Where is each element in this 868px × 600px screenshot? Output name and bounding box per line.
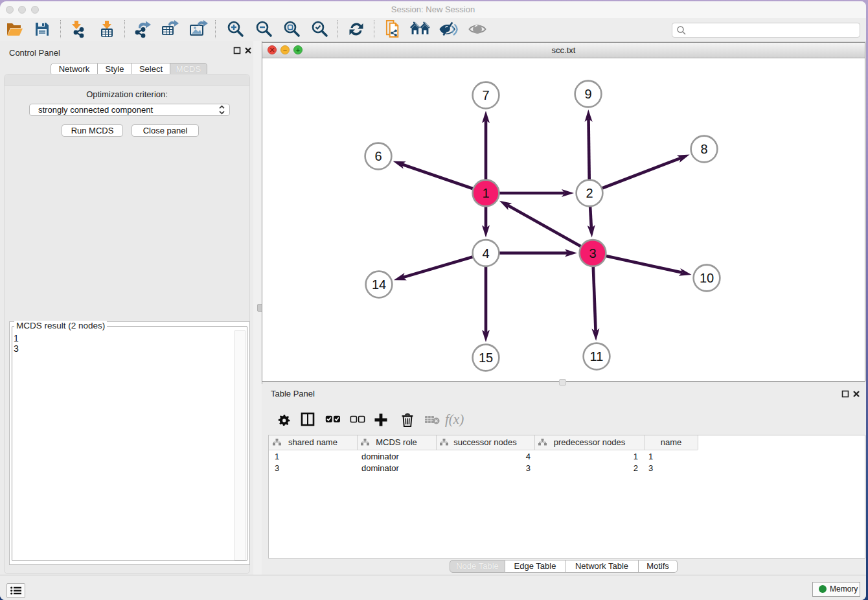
svg-text:6: 6	[374, 149, 382, 163]
svg-text:4: 4	[482, 246, 489, 260]
svg-text:15: 15	[479, 351, 493, 365]
svg-text:1: 1	[482, 186, 489, 200]
svg-text:7: 7	[482, 88, 489, 102]
svg-text:3: 3	[589, 246, 596, 260]
svg-text:8: 8	[700, 142, 707, 156]
svg-text:14: 14	[372, 277, 386, 292]
svg-text:2: 2	[586, 186, 593, 200]
svg-text:10: 10	[700, 271, 714, 285]
svg-text:9: 9	[584, 87, 591, 101]
svg-text:11: 11	[590, 349, 604, 363]
